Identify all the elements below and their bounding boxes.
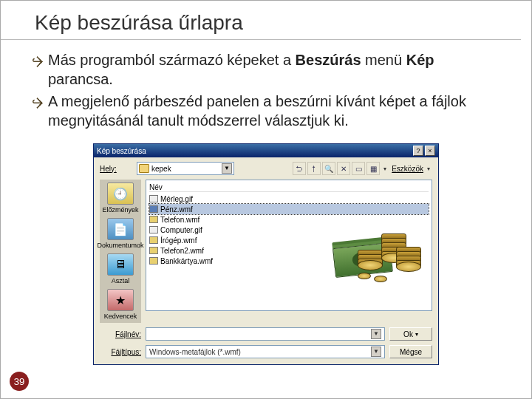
slide-body: ↪ Más programból származó képeket a Besz… bbox=[1, 40, 531, 137]
file-list-pane: Név Mérleg.gifPénz.wmfTelefon.wmfCompute… bbox=[146, 180, 432, 311]
folder-icon bbox=[139, 164, 149, 173]
help-button[interactable]: ? bbox=[413, 146, 423, 156]
folder-combo[interactable]: kepek ▼ bbox=[137, 162, 234, 175]
history-icon: 🕘 bbox=[107, 183, 134, 205]
file-icon bbox=[149, 257, 158, 265]
dialog-title: Kép beszúrása bbox=[97, 147, 146, 155]
location-label: Hely: bbox=[100, 165, 132, 173]
dialog-titlebar: Kép beszúrása ? × bbox=[94, 144, 438, 157]
insert-picture-dialog: Kép beszúrása ? × Hely: kepek ▼ ⮌ ⭡ 🔍 ✕ … bbox=[93, 143, 439, 365]
dialog-topbar: Hely: kepek ▼ ⮌ ⭡ 🔍 ✕ ▭ ▦ ▾ Eszközök ▾ bbox=[100, 162, 432, 175]
filetype-value: Windows-metafájlok (*.wmf) bbox=[149, 348, 241, 356]
places-desktop[interactable]: 🖥Asztal bbox=[107, 253, 134, 284]
cancel-button[interactable]: Mégse bbox=[389, 345, 432, 358]
delete-button[interactable]: ✕ bbox=[337, 162, 350, 175]
file-icon bbox=[149, 195, 158, 202]
places-history[interactable]: 🕘Előzmények bbox=[102, 183, 138, 214]
chevron-down-icon[interactable]: ▼ bbox=[371, 329, 381, 339]
bullet-icon: ↪ bbox=[32, 53, 43, 70]
places-label: Előzmények bbox=[102, 206, 138, 214]
up-button[interactable]: ⭡ bbox=[307, 162, 321, 175]
places-bar: 🕘Előzmények 📄Dokumentumok 🖥Asztal ★Kedve… bbox=[100, 180, 141, 323]
back-button[interactable]: ⮌ bbox=[293, 162, 306, 175]
file-name: Computer.gif bbox=[160, 226, 202, 234]
places-label: Kedvencek bbox=[104, 313, 137, 320]
coin-graphic bbox=[358, 273, 371, 279]
places-favorites[interactable]: ★Kedvencek bbox=[104, 289, 137, 320]
bullet-2-text: A megjelenő párbeszéd panelen a beszúrni… bbox=[48, 93, 466, 129]
search-button[interactable]: 🔍 bbox=[322, 162, 335, 175]
bullet-icon: ↪ bbox=[32, 95, 43, 112]
file-icon bbox=[149, 236, 158, 244]
page-number-badge: 39 bbox=[10, 372, 29, 391]
new-folder-button[interactable]: ▭ bbox=[352, 162, 365, 175]
image-preview bbox=[334, 208, 423, 282]
coin-stack-graphic bbox=[396, 250, 421, 272]
filetype-label: Fájltípus: bbox=[100, 348, 141, 356]
views-dropdown-icon[interactable]: ▾ bbox=[381, 162, 389, 175]
bullet-1: ↪ Más programból származó képeket a Besz… bbox=[48, 50, 502, 89]
documents-icon: 📄 bbox=[107, 218, 134, 240]
places-label: Asztal bbox=[112, 277, 130, 284]
file-icon bbox=[149, 205, 158, 213]
bullet-2: ↪ A megjelenő párbeszéd panelen a beszúr… bbox=[48, 92, 502, 130]
file-icon bbox=[149, 226, 158, 233]
cancel-label: Mégse bbox=[400, 348, 422, 356]
places-label: Dokumentumok bbox=[97, 242, 143, 249]
file-name: Írógép.wmf bbox=[160, 236, 197, 245]
desktop-icon: 🖥 bbox=[107, 253, 134, 276]
chevron-down-icon[interactable]: ▼ bbox=[371, 347, 381, 357]
folder-name: kepek bbox=[151, 165, 171, 173]
places-documents[interactable]: 📄Dokumentumok bbox=[97, 218, 143, 249]
chevron-down-icon: ▾ bbox=[415, 331, 418, 338]
slide-title: Kép beszúrása űrlapra bbox=[1, 1, 521, 40]
file-icon bbox=[149, 216, 158, 223]
bullet-1-bold-1: Beszúrás bbox=[296, 52, 361, 68]
filename-input[interactable]: ▼ bbox=[146, 327, 385, 341]
file-list-header[interactable]: Név bbox=[149, 183, 429, 192]
file-icon bbox=[149, 247, 158, 254]
ok-label: Ok bbox=[403, 330, 413, 338]
file-name: Telefon2.wmf bbox=[160, 247, 204, 255]
tools-menu[interactable]: Eszközök bbox=[392, 165, 423, 173]
bullet-1-text-a: Más programból származó képeket a bbox=[48, 52, 296, 68]
views-button[interactable]: ▦ bbox=[366, 162, 380, 175]
close-button[interactable]: × bbox=[425, 146, 435, 156]
file-name: Pénz.wmf bbox=[160, 205, 193, 214]
coin-stack-graphic bbox=[358, 253, 383, 270]
filetype-combo[interactable]: Windows-metafájlok (*.wmf)▼ bbox=[146, 345, 385, 358]
favorites-icon: ★ bbox=[107, 289, 134, 311]
bullet-1-text-b: menü bbox=[361, 52, 406, 68]
ok-button[interactable]: Ok▾ bbox=[389, 327, 432, 341]
bullet-1-bold-2: Kép bbox=[406, 52, 434, 68]
file-name: Bankkártya.wmf bbox=[160, 257, 213, 265]
list-item[interactable]: Mérleg.gif bbox=[149, 194, 429, 204]
chevron-down-icon[interactable]: ▼ bbox=[222, 163, 232, 174]
tools-dropdown-icon[interactable]: ▾ bbox=[425, 162, 432, 175]
coin-graphic bbox=[374, 276, 387, 282]
file-name: Mérleg.gif bbox=[160, 195, 193, 203]
bullet-1-text-c: parancsa. bbox=[48, 71, 113, 87]
filename-label: Fájlnév: bbox=[100, 330, 141, 338]
file-name: Telefon.wmf bbox=[160, 216, 200, 224]
